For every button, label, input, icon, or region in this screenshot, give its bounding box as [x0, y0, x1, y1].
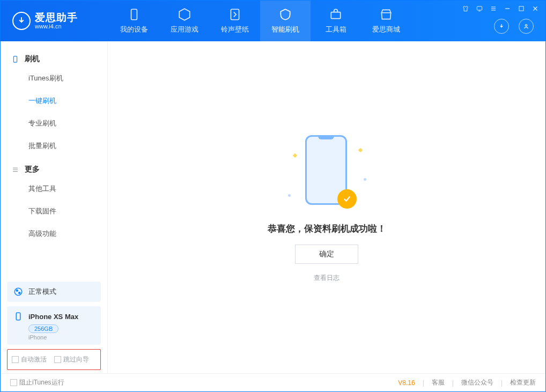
nav-toolbox[interactable]: 工具箱	[311, 1, 361, 41]
mode-card[interactable]: 正常模式	[7, 282, 101, 302]
check-update-link[interactable]: 检查更新	[510, 378, 536, 387]
sidebar-item-itunes-flash[interactable]: iTunes刷机	[1, 67, 107, 90]
view-log-link[interactable]: 查看日志	[314, 273, 340, 283]
sidebar-item-pro-flash[interactable]: 专业刷机	[1, 112, 107, 135]
sidebar-item-onekey-flash[interactable]: 一键刷机	[1, 90, 107, 112]
app-url: www.i4.cn	[35, 23, 78, 29]
nav-store[interactable]: 爱思商城	[361, 1, 411, 41]
main-panel: 恭喜您，保资料刷机成功啦！ 确定 查看日志	[108, 41, 545, 373]
svg-rect-0	[131, 9, 137, 20]
sidebar: 刷机 iTunes刷机 一键刷机 专业刷机 批量刷机 更多 其他工具 下载固件 …	[1, 41, 108, 373]
menu-icon[interactable]	[490, 5, 497, 12]
body: 刷机 iTunes刷机 一键刷机 专业刷机 批量刷机 更多 其他工具 下载固件 …	[1, 41, 545, 373]
nav-flash[interactable]: 智能刷机	[260, 1, 311, 41]
svg-point-7	[14, 288, 22, 295]
maximize-icon[interactable]	[518, 5, 525, 12]
user-button[interactable]	[519, 19, 534, 34]
window-controls	[462, 5, 539, 12]
svg-point-8	[16, 290, 18, 291]
shirt-icon[interactable]	[462, 5, 469, 12]
top-nav: 我的设备 应用游戏 铃声壁纸 智能刷机 工具箱 爱思商城	[109, 1, 411, 41]
device-type: iPhone	[28, 334, 94, 341]
header: 爱思助手 www.i4.cn 我的设备 应用游戏 铃声壁纸 智能刷机 工具箱 爱…	[1, 1, 545, 41]
options-box: 自动激活 跳过向导	[7, 349, 101, 370]
feedback-icon[interactable]	[476, 5, 483, 12]
sidebar-section-more: 更多	[1, 157, 107, 177]
svg-point-9	[19, 292, 20, 294]
header-right	[494, 19, 534, 34]
auto-activate-checkbox[interactable]: 自动激活	[12, 355, 47, 364]
confirm-button[interactable]: 确定	[295, 245, 358, 264]
check-badge-icon	[337, 189, 357, 209]
svg-rect-6	[13, 56, 17, 62]
device-storage: 256GB	[28, 324, 58, 333]
footer: 阻止iTunes运行 V8.16| 客服| 微信公众号| 检查更新	[1, 373, 545, 391]
app-window: 爱思助手 www.i4.cn 我的设备 应用游戏 铃声壁纸 智能刷机 工具箱 爱…	[0, 0, 546, 392]
svg-rect-2	[331, 12, 340, 19]
app-title: 爱思助手	[35, 12, 78, 24]
device-card[interactable]: iPhone XS Max 256GB iPhone	[7, 306, 101, 345]
logo-icon	[12, 12, 31, 30]
svg-rect-4	[519, 6, 523, 11]
close-icon[interactable]	[532, 5, 539, 12]
sidebar-item-download-firmware[interactable]: 下载固件	[1, 200, 107, 223]
block-itunes-checkbox[interactable]: 阻止iTunes运行	[10, 378, 64, 387]
download-button[interactable]	[494, 19, 509, 34]
nav-apps-games[interactable]: 应用游戏	[159, 1, 210, 41]
svg-rect-3	[477, 6, 482, 10]
version-label: V8.16	[398, 379, 415, 387]
sidebar-item-advanced[interactable]: 高级功能	[1, 223, 107, 245]
success-message: 恭喜您，保资料刷机成功啦！	[268, 223, 386, 235]
minimize-icon[interactable]	[504, 5, 511, 12]
logo: 爱思助手 www.i4.cn	[1, 12, 109, 30]
svg-point-5	[525, 25, 527, 27]
sidebar-section-flash: 刷机	[1, 47, 107, 67]
success-illustration	[294, 132, 359, 213]
svg-rect-1	[231, 9, 239, 20]
nav-ringtone-wallpaper[interactable]: 铃声壁纸	[210, 1, 260, 41]
nav-my-device[interactable]: 我的设备	[109, 1, 159, 41]
sidebar-item-other-tools[interactable]: 其他工具	[1, 177, 107, 200]
mode-label: 正常模式	[28, 287, 56, 297]
support-link[interactable]: 客服	[432, 378, 445, 387]
device-name: iPhone XS Max	[28, 313, 78, 321]
sidebar-item-batch-flash[interactable]: 批量刷机	[1, 135, 107, 157]
svg-rect-10	[16, 313, 20, 320]
wechat-link[interactable]: 微信公众号	[461, 378, 493, 387]
skip-guide-checkbox[interactable]: 跳过向导	[54, 355, 89, 364]
